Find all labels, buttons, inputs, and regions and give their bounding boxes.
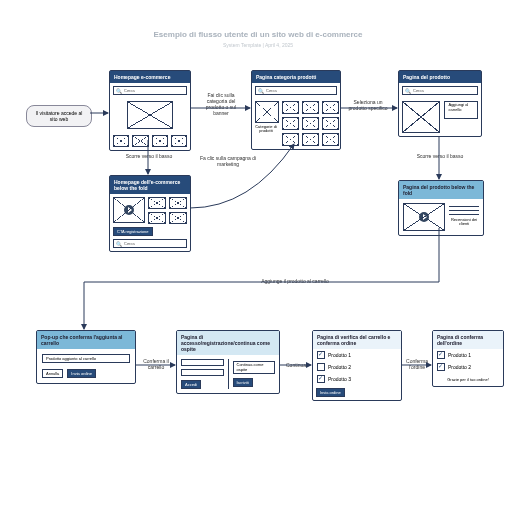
thumb [322,117,339,130]
thumb [148,197,166,209]
thumb [113,135,129,147]
submit-button[interactable]: Invia ordine [67,369,96,378]
box-header: Pagina di verifica del carrello e confer… [313,331,401,349]
list-item: Prodotto 2 [313,361,401,373]
list-item: Prodotto 1 [433,349,503,361]
edge-label: Conferma il carrello [139,358,173,370]
box-header: Pagina del prodotto [399,71,481,83]
box-header: Homepage dell'e-commerce below the fold [110,176,190,194]
checkbox-icon [437,351,445,359]
add-to-cart-button[interactable]: Aggiungi al carrello [444,101,478,119]
thumb [282,101,299,114]
submit-button[interactable]: Invia ordine [316,388,345,397]
box-header: Pagina categoria prodotti [252,71,340,83]
guest-button[interactable]: Continua come ospite [233,361,276,374]
video-box [113,197,145,223]
thumb [302,117,319,130]
search-bar: 🔍Cerca [113,86,187,95]
box-confirm: Pagina di conferma dell'ordine Prodotto … [432,330,504,387]
cta-button[interactable]: CTA registrazione [113,227,153,236]
box-header: Homepage e-commerce [110,71,190,83]
box-header: Pagina del prodotto below the fold [399,181,483,199]
box-header: Pagina di accesso/registrazione/continua… [177,331,279,355]
box-popup: Pop-up che conferma l'aggiunta al carrel… [36,330,136,384]
checkbox-icon [317,351,325,359]
thumb [302,101,319,114]
thumb [322,101,339,114]
thumb [322,133,339,146]
diagram-title: Esempio di flusso utente di un sito web … [0,30,516,39]
cancel-button[interactable]: Annulla [42,369,63,378]
edge-label: Conferma l'ordine [402,358,432,370]
box-signin: Pagina di accesso/registrazione/continua… [176,330,280,394]
box-product-below: Pagina del prodotto below the fold Recen… [398,180,484,236]
search-icon: 🔍 [116,241,122,247]
signup-button[interactable]: Iscriviti [233,378,253,387]
box-header: Pagina di conferma dell'ordine [433,331,503,349]
thumb [169,197,187,209]
edge-label: Scorre verso il basso [124,153,174,159]
play-icon [124,205,134,215]
list-item: Prodotto 3 [313,373,401,385]
video-box [403,203,445,231]
thumb [302,133,319,146]
thumb [148,212,166,224]
box-home-below: Homepage dell'e-commerce below the fold … [109,175,191,252]
box-homepage: Homepage e-commerce 🔍Cerca [109,70,191,151]
thanks-text: Grazie per il tuo ordine! [433,373,503,386]
edge-label: Fai clic sulla categoria del prodotto o … [198,92,244,116]
search-bar: 🔍Cerca [402,86,478,95]
box-category: Pagina categoria prodotti 🔍Cerca Categor… [251,70,341,150]
checkbox-icon [437,363,445,371]
edge-label: Seleziona un prodotto specifico [345,99,391,111]
login-button[interactable]: Accedi [181,380,201,389]
list-item: Prodotto 1 [313,349,401,361]
thumb [171,135,187,147]
edge-label: Scorre verso il basso [416,153,464,159]
search-bar: 🔍Cerca [255,86,337,95]
checkbox-icon [317,375,325,383]
edge-label: Continua [281,362,311,368]
search-icon: 🔍 [405,88,411,94]
popup-msg: Prodotto aggiunto al carrello [42,354,130,363]
product-image [402,101,440,133]
box-cart: Pagina di verifica del carrello e confer… [312,330,402,401]
sidebar-label: Categorie di prodotti [255,125,277,134]
cat-image [255,101,279,123]
list-item: Prodotto 2 [433,361,503,373]
reviews-label: Recensioni dei clienti [449,218,479,227]
hero-image [127,101,173,129]
thumb [169,212,187,224]
box-header: Pop-up che conferma l'aggiunta al carrel… [37,331,135,349]
search-icon: 🔍 [116,88,122,94]
edge-label: Fa clic sulla campagna di marketing [198,155,258,167]
play-icon [419,212,429,222]
thumb [132,135,148,147]
thumb [282,117,299,130]
edge-label: Aggiunge il prodotto al carrello [250,278,340,284]
search-icon: 🔍 [258,88,264,94]
thumb [282,133,299,146]
thumb [152,135,168,147]
checkbox-icon [317,363,325,371]
entry-node: Il visitatore accede al sito web [26,105,92,127]
diagram-subtitle: System Template | April 4, 2025 [0,42,516,48]
search-bar: 🔍Cerca [113,239,187,248]
box-product: Pagina del prodotto 🔍Cerca Aggiungi al c… [398,70,482,137]
